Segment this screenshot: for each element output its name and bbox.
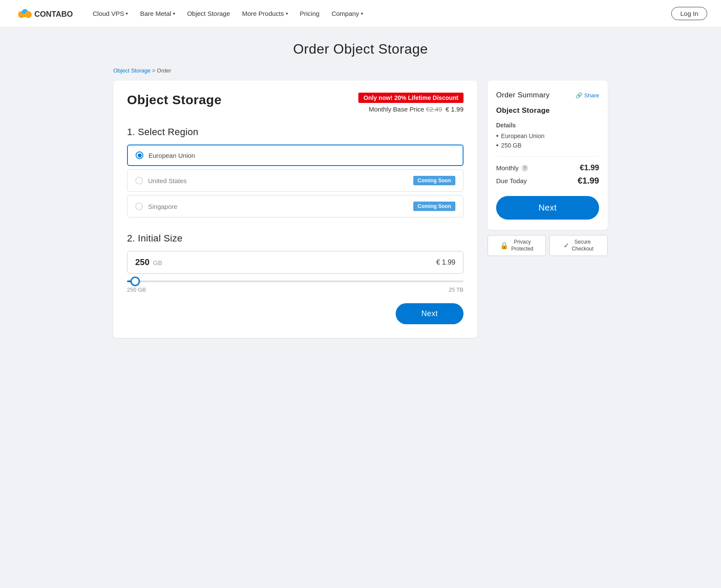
region-left-eu: European Union bbox=[136, 151, 195, 159]
size-value: 250 GB bbox=[135, 257, 162, 267]
slider-wrapper bbox=[127, 280, 464, 282]
share-icon: 🔗 bbox=[576, 92, 582, 99]
size-unit: GB bbox=[153, 259, 162, 266]
radio-us bbox=[135, 177, 143, 184]
next-button-bottom[interactable]: Next bbox=[396, 303, 464, 324]
next-button-summary[interactable]: Next bbox=[496, 196, 599, 220]
size-input-row: 250 GB € 1.99 bbox=[127, 251, 464, 274]
navbar: CONTABO Cloud VPS ▾ Bare Metal ▾ Object … bbox=[0, 0, 721, 27]
next-btn-bottom: Next bbox=[127, 303, 464, 324]
size-number: 250 bbox=[135, 257, 149, 267]
secure-text: SecureCheckout bbox=[572, 239, 594, 252]
region-left-us: United States bbox=[135, 177, 187, 184]
summary-detail-size: • 250 GB bbox=[496, 142, 599, 149]
shield-icon: ✓ bbox=[563, 241, 569, 250]
page-title: Order Object Storage bbox=[113, 41, 608, 57]
product-header: Object Storage Only now! 20% Lifetime Di… bbox=[127, 93, 464, 113]
due-today-label: Due Today bbox=[496, 177, 527, 184]
summary-due-today-row: Due Today €1.99 bbox=[496, 176, 599, 186]
discount-badge: Only now! 20% Lifetime Discount bbox=[358, 93, 464, 103]
logo[interactable]: CONTABO bbox=[14, 5, 74, 22]
order-summary-header: Order Summary 🔗 Share bbox=[496, 91, 599, 100]
coming-soon-sg: Coming Soon bbox=[413, 202, 455, 211]
privacy-text: PrivacyProtected bbox=[511, 239, 533, 252]
nav-links: Cloud VPS ▾ Bare Metal ▾ Object Storage … bbox=[88, 6, 668, 21]
trust-badge-privacy: 🔒 PrivacyProtected bbox=[488, 235, 546, 256]
nav-more-products[interactable]: More Products ▾ bbox=[237, 6, 293, 21]
bullet-eu: • bbox=[496, 132, 499, 140]
region-name-eu: European Union bbox=[148, 152, 195, 159]
breadcrumb: Object Storage > Order bbox=[113, 67, 608, 74]
monthly-base-label: Monthly Base Price bbox=[369, 106, 424, 113]
region-name-sg: Singapore bbox=[148, 203, 177, 210]
summary-product-name: Object Storage bbox=[496, 106, 599, 115]
page-wrapper: Order Object Storage Object Storage > Or… bbox=[103, 27, 618, 352]
region-option-us[interactable]: United States Coming Soon bbox=[127, 169, 464, 192]
svg-text:CONTABO: CONTABO bbox=[34, 10, 73, 18]
region-name-us: United States bbox=[148, 177, 187, 184]
price-line: Monthly Base Price €2.49 € 1.99 bbox=[358, 106, 464, 113]
coming-soon-us: Coming Soon bbox=[413, 176, 455, 185]
region-option-eu[interactable]: European Union bbox=[127, 145, 464, 166]
divider bbox=[496, 156, 599, 157]
right-panel: Order Summary 🔗 Share Object Storage Det… bbox=[488, 81, 608, 256]
discount-block: Only now! 20% Lifetime Discount Monthly … bbox=[358, 93, 464, 113]
order-summary-card: Order Summary 🔗 Share Object Storage Det… bbox=[488, 81, 608, 230]
due-today-price: €1.99 bbox=[578, 176, 599, 186]
svg-rect-3 bbox=[21, 14, 28, 17]
monthly-price: €1.99 bbox=[580, 163, 599, 172]
nav-company[interactable]: Company ▾ bbox=[326, 6, 368, 21]
trust-badges: 🔒 PrivacyProtected ✓ SecureCheckout bbox=[488, 235, 608, 256]
share-link[interactable]: 🔗 Share bbox=[576, 92, 599, 99]
monthly-label: Monthly ? bbox=[496, 164, 528, 172]
region-option-sg[interactable]: Singapore Coming Soon bbox=[127, 195, 464, 217]
nav-pricing[interactable]: Pricing bbox=[295, 6, 325, 21]
breadcrumb-link[interactable]: Object Storage bbox=[113, 67, 151, 74]
summary-monthly-row: Monthly ? €1.99 bbox=[496, 163, 599, 172]
nav-object-storage[interactable]: Object Storage bbox=[182, 6, 235, 21]
breadcrumb-separator: > Order bbox=[152, 67, 171, 74]
nav-bare-metal[interactable]: Bare Metal ▾ bbox=[135, 6, 180, 21]
old-price: €2.49 bbox=[426, 106, 442, 113]
monthly-help-icon[interactable]: ? bbox=[521, 165, 528, 172]
size-section: 2. Initial Size 250 GB € 1.99 bbox=[127, 233, 464, 324]
region-left-sg: Singapore bbox=[135, 202, 177, 210]
new-price: € 1.99 bbox=[445, 106, 464, 113]
section2-title: 2. Initial Size bbox=[127, 233, 464, 244]
main-layout: Object Storage Only now! 20% Lifetime Di… bbox=[113, 81, 608, 338]
region-options: European Union United States Coming Soon… bbox=[127, 145, 464, 221]
size-price: € 1.99 bbox=[436, 259, 455, 266]
order-summary-title: Order Summary bbox=[496, 91, 550, 100]
bullet-size: • bbox=[496, 142, 499, 149]
section1-title: 1. Select Region bbox=[127, 127, 464, 138]
trust-badge-secure: ✓ SecureCheckout bbox=[549, 235, 608, 256]
summary-detail-eu: • European Union bbox=[496, 132, 599, 140]
summary-details-label: Details bbox=[496, 122, 599, 129]
radio-sg bbox=[135, 202, 143, 210]
lock-icon: 🔒 bbox=[500, 241, 509, 250]
left-panel: Object Storage Only now! 20% Lifetime Di… bbox=[113, 81, 477, 338]
product-title: Object Storage bbox=[127, 93, 221, 107]
radio-eu bbox=[136, 151, 143, 159]
nav-cloud-vps[interactable]: Cloud VPS ▾ bbox=[88, 6, 133, 21]
login-button[interactable]: Log In bbox=[671, 7, 707, 20]
